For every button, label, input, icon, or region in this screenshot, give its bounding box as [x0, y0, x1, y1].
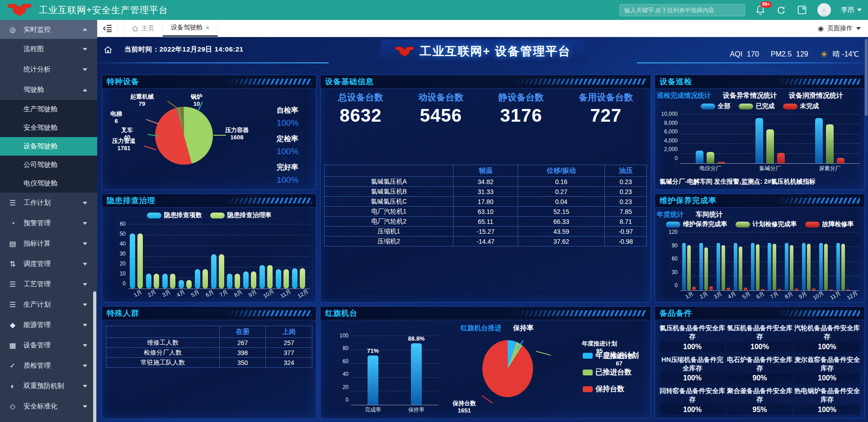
- notification-bell-icon[interactable]: 99+: [755, 5, 766, 15]
- bar-计划检修完成率: [841, 244, 845, 290]
- y-tick-label: 30: [105, 251, 126, 256]
- flag-tab[interactable]: 保持率: [513, 324, 533, 332]
- tab-device-cockpit[interactable]: 设备驾驶舱 ×: [163, 20, 218, 37]
- rate-label: 完好率: [267, 163, 308, 172]
- sidebar-item-设备管理[interactable]: ▦设备管理: [0, 335, 97, 356]
- spare-part-label: HN压缩机备品备件完全库存: [660, 356, 725, 373]
- sidebar-item-label: 能源管理: [24, 321, 76, 329]
- submenu-驾驶舱: 生产驾驶舱安全驾驶舱设备驾驶舱公司驾驶舱电仪驾驶舱: [0, 100, 97, 193]
- y-tick-label: 10: [105, 271, 126, 276]
- page-operations-button[interactable]: ◉ 页面操作: [818, 20, 861, 37]
- column-header: 在册: [219, 326, 266, 338]
- flag-tab[interactable]: 红旗机台推进: [461, 324, 501, 332]
- self-check-rates: 自检率100%定检率100%完好率100%: [267, 100, 308, 185]
- dashboard: 当前时间：2022年12月29日 14:06:21 工业互联网+ 设备管理平台 …: [97, 37, 868, 422]
- rate-value: 100%: [267, 147, 308, 156]
- tab-home[interactable]: 主页: [123, 20, 163, 37]
- bar-隐患排查治理率: [203, 269, 208, 289]
- maintenance-tab[interactable]: 车间统计: [696, 210, 723, 219]
- sidebar-subitem-电仪驾驶舱[interactable]: 电仪驾驶舱: [0, 174, 97, 193]
- column-header: [106, 326, 220, 338]
- equipment-monitor-table: 轴温位移/振动油压氯碱氯压机A34.820.160.23氯碱氯压机B31.330…: [324, 165, 647, 247]
- sidebar-item-实时监控[interactable]: ◎实时监控: [0, 20, 97, 39]
- inspection-tab[interactable]: 设备润滑情况统计: [789, 91, 843, 100]
- page-scrollbar[interactable]: [865, 39, 868, 116]
- sidebar-item-能源管理[interactable]: ◆能源管理: [0, 315, 97, 335]
- inspection-tab[interactable]: 巡检完成情况统计: [657, 91, 711, 100]
- pie-leader-line: [167, 101, 177, 109]
- sidebar-item-双重预防机制[interactable]: ◐双重预防机制: [0, 376, 97, 396]
- sidebar-item-作业票证管理[interactable]: ▣作业票证管理: [0, 417, 97, 422]
- sidebar-item-指标计算[interactable]: ▤指标计算: [0, 233, 97, 254]
- spare-part-item: 聚合釜备品备件安全库存95%: [726, 385, 793, 417]
- table-row: 氯碱氯压机A34.820.160.23: [325, 177, 647, 187]
- bar-红旗机台: 88.8%: [411, 343, 422, 405]
- sidebar-item-预警管理[interactable]: ◔预警管理: [0, 213, 97, 233]
- x-tick-label: 8月: [233, 288, 244, 299]
- spare-part-value: 95%: [727, 405, 793, 415]
- sidebar-item-调度管理[interactable]: ⇅调度管理: [0, 254, 97, 274]
- inspection-tab[interactable]: 设备异常情况统计: [723, 91, 777, 100]
- maintenance-tab[interactable]: 年度统计: [657, 210, 684, 219]
- home-icon[interactable]: [104, 46, 113, 54]
- sidebar-subitem-公司驾驶舱[interactable]: 公司驾驶舱: [0, 156, 97, 174]
- bar-故障检修率: [829, 289, 833, 290]
- plot-area: [128, 224, 310, 289]
- x-tick-label: 1月: [684, 290, 695, 301]
- bar-全部: [815, 118, 823, 163]
- sidebar-scrollbar[interactable]: [93, 291, 96, 422]
- sidebar-item-统计分析[interactable]: 统计分析: [0, 59, 97, 80]
- sidebar-collapse-icon[interactable]: [97, 20, 118, 37]
- bar-维护保养完成率: [751, 243, 755, 290]
- sidebar-subitem-安全驾驶舱[interactable]: 安全驾驶舱: [0, 119, 97, 137]
- bar-隐患排查项数: [162, 274, 168, 289]
- x-tick-label: 10月: [811, 289, 826, 302]
- bar-value-label: 88.8%: [408, 335, 425, 342]
- sidebar-subitem-生产驾驶舱[interactable]: 生产驾驶舱: [0, 100, 97, 119]
- x-tick-label: 2月: [698, 290, 709, 301]
- chevron-up-icon: [83, 28, 87, 31]
- sidebar-item-驾驶舱[interactable]: 驾驶舱: [0, 80, 97, 100]
- hatch-decoration: [226, 198, 311, 204]
- sidebar-item-生产计划[interactable]: ☰生产计划: [0, 294, 97, 315]
- fullscreen-icon[interactable]: [797, 5, 807, 15]
- bar-维护保养完成率: [734, 243, 737, 290]
- sidebar-item-流程图[interactable]: 流程图: [0, 39, 97, 59]
- user-avatar[interactable]: [817, 3, 831, 17]
- stat-label: 动设备台数: [418, 91, 463, 104]
- table-cell: 350: [219, 358, 266, 368]
- table-row: 氯碱氯压机C17.800.040.23: [325, 197, 647, 207]
- sidebar-item-质检管理[interactable]: ✓质检管理: [0, 356, 97, 376]
- spare-part-item: 麦尔兹窑备品备件安全库存100%: [793, 354, 861, 385]
- sidebar-subitem-设备驾驶舱[interactable]: 设备驾驶舱: [0, 137, 97, 156]
- table-row: 电厂汽轮机265.1166.338.71: [325, 217, 647, 227]
- pie-label-电梯: 电梯6: [110, 110, 122, 125]
- pm25-label: PM2.5: [771, 50, 792, 58]
- bar-隐患排查项数: [259, 265, 265, 289]
- close-tab-icon[interactable]: ×: [206, 24, 209, 31]
- user-menu[interactable]: 李昂: [841, 6, 862, 14]
- pie-label-value: 1651: [453, 407, 476, 414]
- bar-group: [819, 232, 833, 290]
- bar-group: [211, 224, 224, 289]
- sidebar-item-工艺管理[interactable]: ☰工艺管理: [0, 274, 97, 294]
- column-header: 上岗: [266, 326, 312, 338]
- spare-part-label: 麦尔兹窑备品备件安全库存: [794, 356, 860, 373]
- y-tick-label: 60: [105, 221, 126, 227]
- spare-part-value: 100%: [794, 373, 860, 383]
- bar-group: [768, 232, 781, 290]
- sidebar-item-安全标准化[interactable]: ◇安全标准化: [0, 396, 97, 417]
- bar-隐患排查治理率: [170, 274, 175, 289]
- bar-计划检修完成率: [824, 244, 828, 290]
- y-axis: 1209060300: [657, 232, 678, 291]
- panel-special-equipment: 特种设备 起重机械79锅炉10电梯6叉车40压力管道1781压力容器1608自检…: [102, 75, 316, 190]
- bar-隐患排查治理率: [154, 274, 159, 289]
- x-tick-label: 8月: [783, 290, 794, 301]
- sidebar-item-工作计划[interactable]: ☰工作计划: [0, 193, 97, 213]
- pie-label-压力管道: 压力管道1781: [112, 138, 136, 152]
- search-input[interactable]: [619, 4, 745, 16]
- refresh-icon[interactable]: [776, 5, 787, 15]
- inspection-alert: 氯碱分厂-电解车间 发生报警,监测点: 2#氯压机机械指标: [660, 178, 816, 186]
- spare-part-label: 氯压机备品备件安全库存: [660, 324, 725, 341]
- y-tick-label: 0: [657, 283, 678, 288]
